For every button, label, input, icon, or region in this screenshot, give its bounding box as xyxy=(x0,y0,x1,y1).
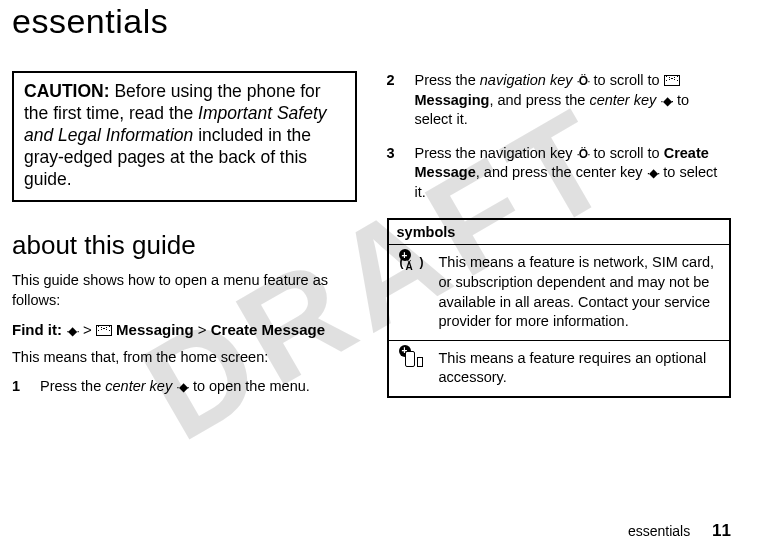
step-2: 2 Press the navigation key ·Ö· to scroll… xyxy=(387,71,732,130)
page-title: essentials xyxy=(0,0,759,41)
step-2-a: Press the xyxy=(415,72,480,88)
center-key-icon: ·◆· xyxy=(647,167,660,179)
footer-label: essentials xyxy=(628,523,690,539)
accessory-desc: This means a feature requires an optiona… xyxy=(435,341,730,396)
find-it-line: Find it: ·◆· > Messaging > Create Messag… xyxy=(12,321,357,338)
intro-text: This guide shows how to open a menu feat… xyxy=(12,271,357,310)
page-number: 11 xyxy=(712,521,731,540)
two-column-layout: CAUTION: Before using the phone for the … xyxy=(0,41,759,411)
step-2-c: to scroll to xyxy=(590,72,664,88)
step-2-d: Messaging xyxy=(415,92,490,108)
center-key-icon: ·◆· xyxy=(176,381,189,393)
findit-create: Create Message xyxy=(211,321,325,338)
step-1-body: Press the center key ·◆· to open the men… xyxy=(40,377,357,397)
step-2-e: , and press the xyxy=(489,92,589,108)
step-3-num: 3 xyxy=(387,144,401,203)
symbols-header: symbols xyxy=(389,220,730,245)
step-1-c: to open the menu. xyxy=(189,378,310,394)
nav-key-icon: ·Ö· xyxy=(577,75,590,87)
step-2-b: navigation key xyxy=(480,72,573,88)
step-3-body: Press the navigation key ·Ö· to scroll t… xyxy=(415,144,732,203)
envelope-icon xyxy=(664,75,680,86)
accessory-icon xyxy=(403,349,421,371)
step-1-num: 1 xyxy=(12,377,26,397)
step-3-d: , and press the center key xyxy=(476,164,647,180)
step-1-b: center key xyxy=(105,378,172,394)
nav-key-icon: ·Ö· xyxy=(577,148,590,160)
symbols-table: symbols + ( Ă ) This means a feature is … xyxy=(387,218,732,397)
step-2-num: 2 xyxy=(387,71,401,130)
section-heading: about this guide xyxy=(12,230,357,261)
center-key-icon: ·◆· xyxy=(660,95,673,107)
step-1-a: Press the xyxy=(40,378,105,394)
right-column: 2 Press the navigation key ·Ö· to scroll… xyxy=(387,71,732,411)
findit-sep2: > xyxy=(198,321,207,338)
step-3-b: to scroll to xyxy=(590,145,664,161)
network-icon-cell: + ( Ă ) xyxy=(389,245,435,339)
caution-label: CAUTION: xyxy=(24,81,110,101)
page-footer: essentials 11 xyxy=(628,521,731,541)
antenna-icon: ( Ă ) xyxy=(403,253,421,273)
symbols-row-accessory: + This means a feature requires an optio… xyxy=(389,341,730,396)
network-desc: This means a feature is network, SIM car… xyxy=(435,245,730,339)
accessory-icon-cell: + xyxy=(389,341,435,396)
step-3-a: Press the navigation key xyxy=(415,145,577,161)
findit-sep1: > xyxy=(83,321,92,338)
findit-messaging: Messaging xyxy=(116,321,194,338)
means-text: This means that, from the home screen: xyxy=(12,348,357,368)
step-2-body: Press the navigation key ·Ö· to scroll t… xyxy=(415,71,732,130)
step-2-f: center key xyxy=(589,92,656,108)
find-it-label: Find it: xyxy=(12,321,62,338)
center-key-icon: ·◆· xyxy=(66,325,79,337)
symbols-row-network: + ( Ă ) This means a feature is network,… xyxy=(389,245,730,340)
caution-box: CAUTION: Before using the phone for the … xyxy=(12,71,357,202)
left-column: CAUTION: Before using the phone for the … xyxy=(12,71,357,411)
step-1: 1 Press the center key ·◆· to open the m… xyxy=(12,377,357,397)
envelope-icon xyxy=(96,325,112,336)
step-3: 3 Press the navigation key ·Ö· to scroll… xyxy=(387,144,732,203)
